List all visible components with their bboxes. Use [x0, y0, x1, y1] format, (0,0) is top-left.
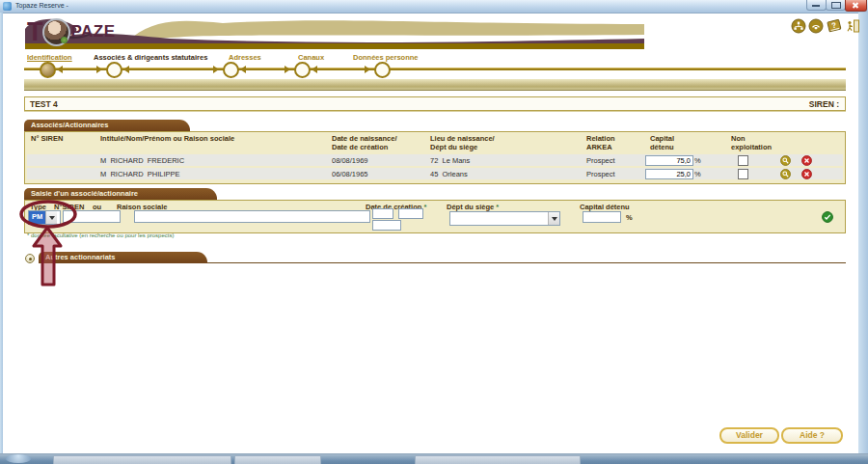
application-window: Topaze Reserve - T PAZE: [0, 0, 868, 464]
row-birthdate: 06/08/1965: [332, 170, 368, 178]
col-header-birthdate: Date de naissance/Date de création: [332, 135, 397, 151]
wizard-arrow-icon: [57, 66, 63, 73]
section-title-entry: Saisie d'un associé/actionnaire: [24, 188, 217, 200]
nav-step-associates[interactable]: Associés & dirigeants statutaires: [94, 53, 207, 62]
dept-label: Dépt du siège *: [447, 203, 499, 211]
expand-toggle-icon[interactable]: [25, 254, 35, 263]
lookup-icon[interactable]: [780, 155, 791, 166]
non-exploitation-checkbox[interactable]: [738, 169, 748, 179]
creation-day-input[interactable]: [372, 208, 393, 219]
capital-held-input[interactable]: [645, 155, 693, 166]
capital-held-input[interactable]: [645, 169, 693, 179]
minimize-icon: [812, 5, 820, 7]
nav-step-identification[interactable]: Identification: [27, 53, 72, 62]
nav-step-person-data[interactable]: Données personne: [353, 53, 419, 62]
close-button[interactable]: [845, 0, 867, 12]
wizard-arrow-icon: [213, 66, 219, 73]
wizard-arrow-icon: [123, 66, 129, 73]
percent-label: %: [626, 213, 633, 222]
taskbar-item[interactable]: [415, 455, 581, 464]
delete-icon[interactable]: [801, 155, 812, 166]
confirm-entry-icon[interactable]: [822, 211, 833, 223]
row-birthplace: 45 Orleans: [430, 170, 468, 178]
minimize-button[interactable]: [806, 0, 827, 11]
chevron-down-icon[interactable]: [45, 211, 57, 224]
non-exploitation-checkbox[interactable]: [738, 155, 748, 166]
window-title: Topaze Reserve -: [15, 2, 68, 9]
row-relation: Prospect: [586, 156, 615, 165]
wizard-node-addresses[interactable]: [223, 62, 239, 78]
validate-button[interactable]: Valider: [719, 427, 779, 444]
start-button[interactable]: [6, 454, 31, 463]
capital-input[interactable]: [583, 211, 621, 223]
logo-text: PAZE: [71, 22, 116, 41]
help-button[interactable]: Aide ?: [781, 427, 843, 444]
nav-divider-band: [24, 79, 846, 91]
row-name: M RICHARD PHILIPPE: [100, 170, 180, 178]
wizard-progress-line: [24, 68, 846, 70]
percent-label: %: [694, 170, 701, 178]
wizard-arrow-icon: [96, 66, 102, 73]
table-row: M RICHARD FREDERIC 08/08/1969 72 Le Mans…: [27, 154, 843, 166]
required-mark: *: [423, 203, 426, 211]
col-header-birthplace: Lieu de naissance/Dépt du siège: [430, 135, 495, 151]
company-name-input[interactable]: [134, 210, 370, 223]
associate-entry-form: Type N°SIREN ou Raison sociale Date de c…: [24, 200, 846, 233]
context-bar: TEST 4 SIREN :: [24, 96, 846, 111]
contacts-icon[interactable]: [791, 18, 806, 34]
help-book-icon[interactable]: ?: [826, 17, 843, 34]
wizard-node-channels[interactable]: [294, 62, 311, 78]
entity-name: TEST 4: [30, 99, 58, 109]
col-header-name: Intitulé/Nom/Prénom ou Raison sociale: [100, 135, 234, 144]
table-row: M RICHARD PHILIPPE 06/08/1965 45 Orleans…: [27, 168, 843, 179]
app-icon: [3, 2, 12, 11]
optional-data-footnote: * donnée facultative (en recherche ou po…: [27, 232, 174, 238]
siren-label: SIREN :: [809, 99, 839, 109]
maximize-button[interactable]: [826, 0, 846, 11]
type-select-value: PM: [29, 211, 45, 224]
nav-step-addresses[interactable]: Adresses: [229, 53, 261, 62]
lookup-icon[interactable]: [780, 169, 791, 179]
required-mark: *: [496, 203, 499, 211]
nav-step-channels[interactable]: Canaux: [298, 53, 324, 62]
phone-icon[interactable]: [808, 18, 824, 34]
percent-label: %: [694, 156, 701, 165]
associates-table: N° SIREN Intitulé/Nom/Prénom ou Raison s…: [24, 131, 846, 184]
wizard-arrow-icon: [312, 66, 317, 73]
col-header-siren: N° SIREN: [31, 135, 63, 144]
col-header-relation: RelationARKEA: [586, 135, 615, 151]
maximize-icon: [831, 2, 841, 9]
section-title-associates: Associés/Actionnaires: [24, 120, 190, 131]
type-select[interactable]: PM: [28, 210, 61, 225]
creation-month-input[interactable]: [398, 208, 423, 219]
capital-label: Capital détenu: [580, 203, 630, 211]
wizard-node-associates[interactable]: [106, 62, 122, 78]
wizard-node-identification[interactable]: [40, 62, 56, 78]
wizard-node-person-data[interactable]: [374, 62, 391, 78]
taskbar-item[interactable]: [234, 455, 321, 464]
window-frame-right: [858, 13, 868, 453]
section-title-other-shareholdings: Autres actionnariats: [39, 252, 207, 263]
siren-input[interactable]: [63, 210, 121, 223]
row-birthdate: 08/08/1969: [332, 156, 368, 165]
row-relation: Prospect: [586, 170, 615, 178]
banner-wave-art: [25, 14, 644, 50]
wizard-arrow-icon: [365, 66, 370, 73]
wizard-arrow-icon: [285, 66, 290, 73]
topaze-logo: T PAZE: [27, 15, 116, 48]
window-frame-left: [0, 13, 3, 453]
col-header-non-exploitation: Nonexploitation: [731, 135, 772, 151]
window-titlebar: Topaze Reserve -: [0, 0, 868, 14]
chevron-down-icon[interactable]: [548, 212, 559, 225]
wizard-arrow-icon: [240, 66, 246, 73]
banner-toolbar: ?: [791, 17, 860, 34]
logo-portrait-avatar: [42, 18, 70, 46]
row-name: M RICHARD FREDERIC: [100, 156, 184, 165]
delete-icon[interactable]: [801, 169, 812, 179]
taskbar-item[interactable]: [53, 455, 231, 464]
row-birthplace: 72 Le Mans: [430, 156, 470, 165]
dept-select[interactable]: [449, 211, 560, 226]
col-header-capital: Capitaldétenu: [650, 135, 674, 151]
exit-door-icon[interactable]: [845, 18, 860, 34]
creation-year-input[interactable]: [372, 220, 401, 231]
